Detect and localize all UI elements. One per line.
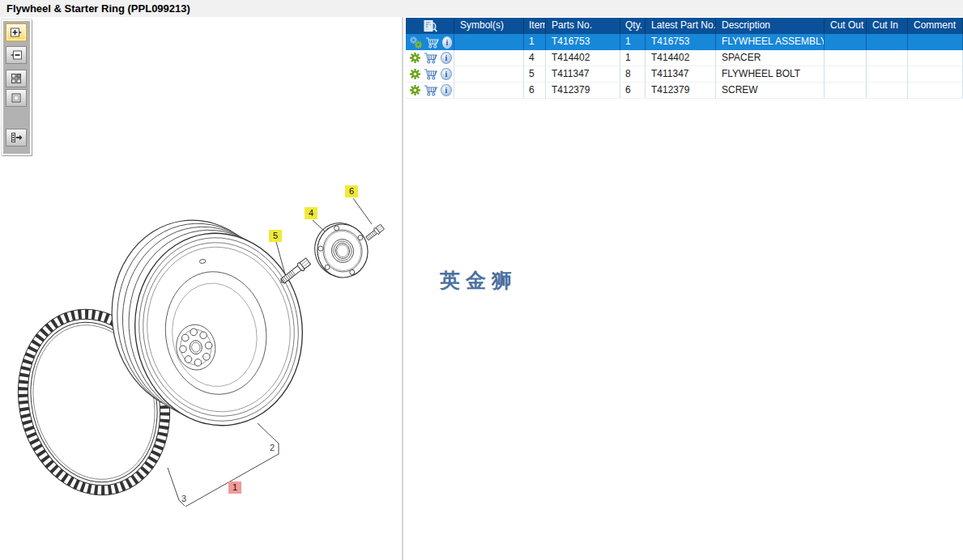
header-comment[interactable]: Comment	[908, 18, 963, 34]
cell-cut-out	[825, 66, 867, 83]
cell-parts-no: T412379	[546, 83, 620, 99]
row-actions: i	[406, 50, 454, 66]
diagram-canvas[interactable]	[0, 18, 403, 560]
cell-cut-out	[825, 83, 867, 99]
cell-latest-part-no: T412379	[646, 83, 716, 99]
cell-cut-in	[867, 66, 908, 83]
header-symbols[interactable]: Symbol(s)	[454, 18, 524, 34]
gear-button[interactable]	[409, 52, 421, 64]
cell-item: 1	[524, 34, 546, 50]
part-info-button[interactable]: i	[441, 84, 452, 96]
cell-description: SPACER	[716, 50, 825, 66]
cart-icon	[424, 52, 438, 64]
linked-gears-button[interactable]	[409, 36, 423, 49]
cell-comment	[908, 34, 963, 50]
cell-qty: 1	[620, 50, 646, 66]
watermark: 英金狮	[440, 267, 518, 294]
cell-description: FLYWHEEL BOLT	[716, 66, 825, 83]
cell-comment	[908, 66, 963, 83]
add-to-cart-button[interactable]	[424, 68, 438, 80]
parts-table-header: Symbol(s) Item Parts No. Qty. Latest Par…	[406, 18, 963, 34]
header-parts-no[interactable]: Parts No.	[546, 18, 620, 34]
cell-cut-in	[867, 50, 908, 66]
cell-qty: 8	[620, 66, 646, 83]
header-qty[interactable]: Qty.	[620, 18, 646, 34]
cell-cut-in	[867, 34, 908, 50]
cell-symbols	[454, 34, 524, 50]
part-info-button[interactable]: i	[442, 36, 452, 49]
cell-comment	[908, 83, 963, 99]
linked-gears-icon	[409, 36, 423, 49]
cell-cut-out	[825, 50, 867, 66]
cell-symbols	[454, 50, 524, 66]
cell-item: 5	[524, 66, 546, 83]
callout-2[interactable]: 2	[267, 442, 277, 454]
cell-parts-no: T416753	[546, 34, 620, 50]
header-cut-in[interactable]: Cut In	[867, 18, 908, 34]
table-row[interactable]: i 1 T416753 1 T416753 FLYWHEEL ASSEMBLY	[406, 34, 963, 50]
cart-icon	[425, 36, 440, 49]
gear-icon	[409, 68, 421, 80]
cell-cut-out	[825, 34, 867, 50]
cell-cut-in	[867, 83, 908, 99]
cell-item: 6	[524, 83, 546, 99]
add-to-cart-button[interactable]	[425, 36, 440, 49]
header-description[interactable]: Description	[716, 18, 825, 34]
table-row[interactable]: i 6 T412379 6 T412379 SCREW	[406, 83, 963, 99]
cell-comment	[908, 50, 963, 66]
gear-button[interactable]	[409, 84, 421, 96]
pane-divider[interactable]	[402, 17, 403, 560]
cart-icon	[424, 84, 438, 96]
screw[interactable]	[364, 223, 384, 241]
cell-parts-no: T414402	[546, 50, 620, 66]
cell-item: 4	[524, 50, 546, 66]
cell-symbols	[454, 66, 524, 83]
cell-latest-part-no: T416753	[646, 34, 716, 50]
callout-6[interactable]: 6	[345, 185, 358, 197]
gear-icon	[409, 84, 421, 96]
title-bar: Flywheel & Starter Ring (PPL099213)	[0, 0, 963, 17]
header-cut-out[interactable]: Cut Out	[825, 18, 867, 34]
callout-5[interactable]: 5	[269, 230, 282, 242]
header-item[interactable]: Item	[524, 18, 546, 34]
cart-icon	[424, 68, 438, 80]
table-row[interactable]: i 4 T414402 1 T414402 SPACER	[406, 50, 963, 66]
page-title: Flywheel & Starter Ring (PPL099213)	[6, 2, 190, 15]
cell-description: SCREW	[716, 83, 825, 99]
header-latest-part-no[interactable]: Latest Part No.	[646, 18, 716, 34]
cell-parts-no: T411347	[546, 66, 620, 83]
spacer[interactable]	[310, 218, 372, 282]
cell-symbols	[454, 83, 524, 99]
cell-qty: 6	[620, 83, 646, 99]
callout-3[interactable]: 3	[179, 493, 189, 505]
add-to-cart-button[interactable]	[424, 52, 438, 64]
row-actions: i	[406, 66, 454, 83]
gear-icon	[409, 52, 421, 64]
part-search-icon	[423, 19, 438, 33]
cell-description: FLYWHEEL ASSEMBLY	[716, 34, 825, 50]
row-actions: i	[406, 83, 454, 99]
cell-latest-part-no: T414402	[646, 50, 716, 66]
add-to-cart-button[interactable]	[424, 84, 438, 96]
cell-qty: 1	[620, 34, 646, 50]
gear-button[interactable]	[409, 68, 421, 80]
callout-4[interactable]: 4	[305, 207, 317, 219]
row-actions: i	[406, 34, 454, 50]
part-info-button[interactable]: i	[441, 52, 452, 64]
cell-latest-part-no: T411347	[646, 66, 716, 83]
parts-table: Symbol(s) Item Parts No. Qty. Latest Par…	[406, 18, 963, 99]
table-row[interactable]: i 5 T411347 8 T411347 FLYWHEEL BOLT	[406, 66, 963, 83]
header-icon-cell	[406, 18, 454, 34]
part-info-button[interactable]: i	[441, 68, 452, 80]
callout-1[interactable]: 1	[228, 482, 241, 494]
